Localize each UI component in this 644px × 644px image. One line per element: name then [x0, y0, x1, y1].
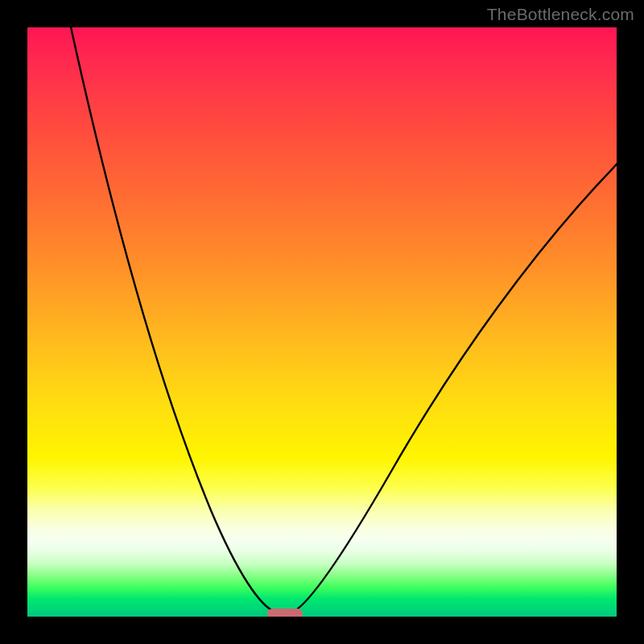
- left-curve: [70, 27, 275, 612]
- plot-area: [27, 27, 617, 617]
- chart-frame: TheBottleneck.com: [0, 0, 644, 644]
- right-curve: [293, 162, 617, 612]
- watermark-text: TheBottleneck.com: [487, 5, 634, 24]
- vertex-marker: [267, 609, 303, 617]
- curve-overlay: [27, 27, 617, 617]
